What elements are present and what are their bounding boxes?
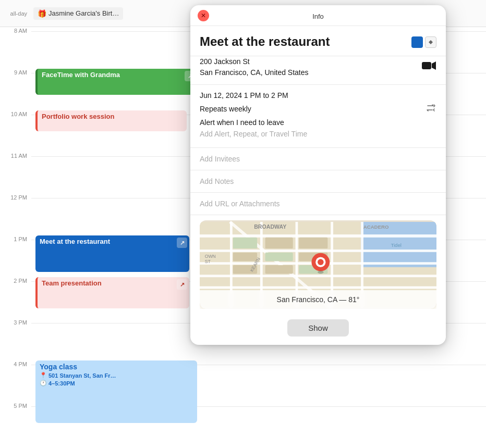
- popup-controls: [411, 36, 436, 48]
- event-restaurant[interactable]: Meet at the restaurant ↗: [35, 235, 189, 272]
- add-invitees-text: Add Invitees: [200, 155, 240, 163]
- share-icon-team[interactable]: ↗: [177, 279, 187, 290]
- event-portfolio-title: Portfolio work session: [42, 113, 114, 120]
- svg-rect-22: [265, 265, 293, 273]
- time-label-1pm: 1 PM: [0, 235, 31, 242]
- add-notes-section[interactable]: Add Notes: [190, 170, 446, 193]
- all-day-event-title: Jasmine Garcia's Birt…: [48, 9, 119, 17]
- event-yoga-title: Yoga class: [40, 363, 193, 371]
- add-alert-text: Add Alert, Repeat, or Travel Time: [200, 130, 307, 138]
- show-button[interactable]: Show: [287, 319, 349, 337]
- time-label-2pm: 2 PM: [0, 277, 31, 284]
- event-yoga[interactable]: Yoga class 📍 501 Stanyan St, San Fr… 🕐 4…: [35, 360, 197, 423]
- time-label-10am: 10 AM: [0, 110, 31, 117]
- add-notes-text: Add Notes: [200, 177, 234, 185]
- event-team[interactable]: Team presentation ↗: [35, 277, 189, 308]
- popup-address-line2: San Francisco, CA, United States: [200, 67, 309, 78]
- svg-rect-4: [200, 234, 436, 238]
- map-section[interactable]: BROADWAY ACADERO OWN ST KEARN Tidel San …: [200, 220, 436, 309]
- event-facetime[interactable]: FaceTime with Grandma ↗: [35, 69, 197, 95]
- svg-point-32: [318, 259, 324, 265]
- svg-rect-16: [265, 238, 293, 248]
- repeats-row: Repeats weekly: [200, 103, 436, 115]
- time-label-5pm: 5 PM: [0, 402, 31, 409]
- svg-text:ACADERO: ACADERO: [363, 224, 389, 230]
- popup-header: ✕ Info: [190, 5, 446, 26]
- svg-text:ST: ST: [205, 259, 211, 264]
- add-url-text: Add URL or Attachments: [200, 200, 280, 208]
- svg-text:BROADWAY: BROADWAY: [254, 223, 286, 230]
- svg-text:OWN: OWN: [205, 254, 216, 259]
- chevron-updown-button[interactable]: [425, 36, 436, 48]
- svg-text:Tidel: Tidel: [391, 242, 402, 248]
- popup-footer: Show: [190, 314, 446, 345]
- date-time-text: Jun 12, 2024 1 PM to 2 PM: [200, 91, 288, 99]
- add-url-section[interactable]: Add URL or Attachments: [190, 193, 446, 215]
- alert-row: Alert when I need to leave: [200, 118, 436, 127]
- date-time-row: Jun 12, 2024 1 PM to 2 PM: [200, 91, 436, 99]
- popup-event-title-section: Meet at the restaurant: [190, 26, 446, 56]
- popup-event-name: Meet at the restaurant: [200, 34, 411, 49]
- event-portfolio[interactable]: Portfolio work session: [35, 110, 187, 131]
- map-location-text: San Francisco, CA — 81°: [277, 295, 360, 304]
- add-alert-row[interactable]: Add Alert, Repeat, or Travel Time: [200, 130, 436, 138]
- clock-icon: 🕐: [40, 380, 47, 387]
- time-label-11am: 11 AM: [0, 152, 31, 159]
- event-yoga-time: 🕐 4–5:30PM: [40, 380, 193, 387]
- svg-rect-5: [200, 250, 436, 252]
- popup-details-section: Jun 12, 2024 1 PM to 2 PM Repeats weekly…: [190, 85, 446, 148]
- time-label-4pm: 4 PM: [0, 360, 31, 367]
- time-label-12pm: 12 PM: [0, 194, 31, 201]
- repeat-icon: [426, 103, 436, 115]
- popup-title: Info: [312, 13, 324, 20]
- event-team-title: Team presentation: [42, 279, 102, 287]
- svg-marker-1: [432, 61, 436, 70]
- svg-rect-7: [200, 275, 436, 277]
- time-label-8am: 8 AM: [0, 27, 31, 34]
- svg-rect-19: [265, 253, 293, 261]
- svg-rect-0: [422, 62, 431, 69]
- share-icon-restaurant[interactable]: ↗: [177, 238, 187, 248]
- map-weather-bar: San Francisco, CA — 81°: [200, 290, 436, 309]
- svg-point-33: [318, 270, 324, 273]
- all-day-event[interactable]: 🎁 Jasmine Garcia's Birt…: [33, 7, 123, 20]
- svg-rect-17: [299, 238, 327, 248]
- info-popup: ✕ Info Meet at the restaurant 200 Jackso…: [190, 5, 446, 345]
- repeats-text: Repeats weekly: [200, 105, 251, 113]
- all-day-label: all-day: [0, 10, 31, 17]
- gift-icon: 🎁: [38, 9, 46, 18]
- svg-rect-15: [233, 238, 257, 248]
- event-yoga-address: 📍 501 Stanyan St, San Fr…: [40, 372, 193, 379]
- popup-address-line1: 200 Jackson St: [200, 56, 309, 67]
- color-swatch[interactable]: [411, 36, 423, 48]
- svg-rect-8: [200, 286, 436, 289]
- event-facetime-title: FaceTime with Grandma: [42, 71, 120, 79]
- add-invitees-section[interactable]: Add Invitees: [190, 148, 446, 170]
- popup-location-text: 200 Jackson St San Francisco, CA, United…: [200, 56, 309, 78]
- svg-rect-18: [233, 253, 257, 261]
- popup-close-button[interactable]: ✕: [198, 10, 209, 21]
- chevron-updown-icon: [428, 39, 433, 45]
- video-camera-icon[interactable]: [422, 60, 436, 73]
- close-icon: ✕: [201, 12, 206, 19]
- event-restaurant-title: Meet at the restaurant: [40, 238, 110, 245]
- alert-text: Alert when I need to leave: [200, 118, 284, 127]
- time-label-3pm: 3 PM: [0, 319, 31, 326]
- popup-location-section: 200 Jackson St San Francisco, CA, United…: [190, 56, 446, 85]
- location-icon: 📍: [40, 372, 47, 379]
- time-label-9am: 9 AM: [0, 69, 31, 76]
